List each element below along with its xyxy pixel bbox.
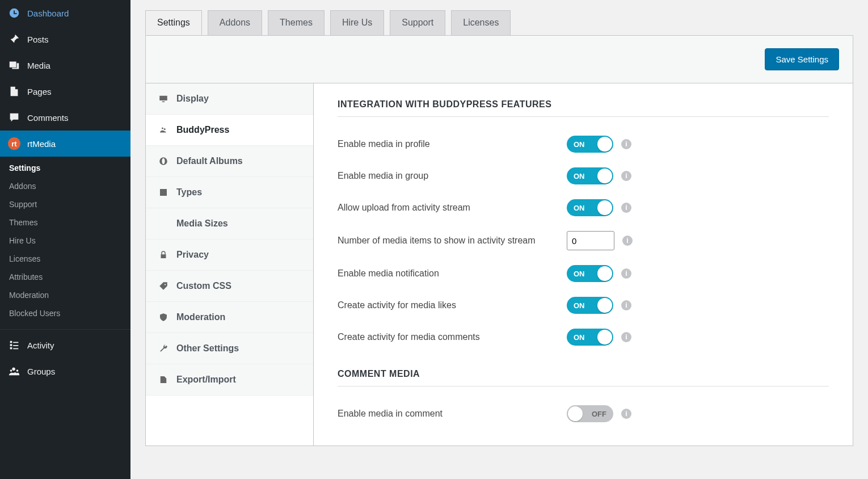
main-content: Settings Addons Themes Hire Us Support L… bbox=[130, 0, 868, 479]
media-icon bbox=[8, 59, 20, 72]
help-icon[interactable]: i bbox=[621, 268, 631, 279]
comment-icon bbox=[8, 111, 20, 124]
field-enable-media-group: Enable media in group ON i bbox=[338, 160, 829, 192]
toggle-enable-media-profile[interactable]: ON bbox=[567, 136, 613, 153]
submenu-licenses[interactable]: Licenses bbox=[0, 250, 130, 268]
toggle-allow-upload-activity[interactable]: ON bbox=[567, 199, 613, 216]
subnav-media-sizes[interactable]: Media Sizes bbox=[146, 208, 313, 239]
subnav-export-import[interactable]: Export/Import bbox=[146, 364, 313, 395]
submenu-attributes[interactable]: Attributes bbox=[0, 268, 130, 286]
subnav-types[interactable]: Types bbox=[146, 177, 313, 208]
help-icon[interactable]: i bbox=[621, 409, 631, 419]
sidebar-item-rtmedia[interactable]: rt rtMedia bbox=[0, 131, 130, 157]
tab-themes[interactable]: Themes bbox=[268, 10, 325, 35]
settings-panel: Save Settings Display BuddyPress bbox=[145, 35, 853, 446]
sidebar-item-activity[interactable]: Activity bbox=[0, 332, 130, 358]
save-settings-button[interactable]: Save Settings bbox=[765, 48, 839, 70]
field-enable-media-comment: Enable media in comment OFF i bbox=[338, 398, 829, 430]
field-enable-media-notification: Enable media notification ON i bbox=[338, 258, 829, 289]
help-icon[interactable]: i bbox=[621, 203, 631, 213]
sidebar-item-groups[interactable]: Groups bbox=[0, 358, 130, 384]
page-icon bbox=[8, 85, 20, 98]
shield-icon bbox=[158, 312, 168, 322]
help-icon[interactable]: i bbox=[621, 171, 631, 181]
sidebar-label-rtmedia: rtMedia bbox=[27, 139, 56, 149]
submenu-hireus[interactable]: Hire Us bbox=[0, 232, 130, 250]
top-tabs: Settings Addons Themes Hire Us Support L… bbox=[145, 10, 853, 35]
tag-icon bbox=[158, 281, 168, 291]
subnav-privacy[interactable]: Privacy bbox=[146, 239, 313, 270]
submenu-settings[interactable]: Settings bbox=[0, 159, 130, 177]
buddypress-icon bbox=[158, 125, 168, 135]
film-icon bbox=[158, 187, 168, 198]
settings-form: INTEGRATION WITH BUDDYPRESS FEATURES Ena… bbox=[314, 83, 853, 446]
subnav-display[interactable]: Display bbox=[146, 83, 313, 114]
input-media-count-activity[interactable] bbox=[567, 231, 614, 250]
tab-licenses[interactable]: Licenses bbox=[451, 10, 511, 35]
sidebar-label-pages: Pages bbox=[27, 87, 52, 96]
sidebar-label-dashboard: Dashboard bbox=[27, 9, 69, 18]
sidebar-label-posts: Posts bbox=[27, 35, 49, 44]
submenu-blockedusers[interactable]: Blocked Users bbox=[0, 304, 130, 322]
display-icon bbox=[158, 94, 168, 104]
help-icon[interactable]: i bbox=[622, 236, 633, 246]
field-allow-upload-activity: Allow upload from activity stream ON i bbox=[338, 192, 829, 224]
rtmedia-icon: rt bbox=[8, 137, 20, 150]
dashboard-icon bbox=[8, 7, 20, 19]
settings-subnav: Display BuddyPress Default Albums Types bbox=[146, 83, 314, 446]
sidebar-item-pages[interactable]: Pages bbox=[0, 78, 130, 104]
toggle-enable-media-notification[interactable]: ON bbox=[567, 265, 613, 282]
wrench-icon bbox=[158, 343, 168, 354]
tab-hireus[interactable]: Hire Us bbox=[330, 10, 384, 35]
toggle-activity-media-comments[interactable]: ON bbox=[567, 329, 613, 346]
activity-icon bbox=[8, 339, 20, 351]
submenu-support[interactable]: Support bbox=[0, 195, 130, 213]
pin-icon bbox=[8, 33, 20, 45]
sidebar-item-media[interactable]: Media bbox=[0, 52, 130, 78]
help-icon[interactable]: i bbox=[621, 139, 631, 149]
subnav-custom-css[interactable]: Custom CSS bbox=[146, 271, 313, 301]
tab-addons[interactable]: Addons bbox=[208, 10, 262, 35]
subnav-other-settings[interactable]: Other Settings bbox=[146, 333, 313, 364]
subnav-default-albums[interactable]: Default Albums bbox=[146, 146, 313, 177]
tab-settings[interactable]: Settings bbox=[145, 10, 202, 35]
lock-icon bbox=[158, 250, 168, 260]
field-activity-media-comments: Create activity for media comments ON i bbox=[338, 321, 829, 353]
submenu-themes[interactable]: Themes bbox=[0, 213, 130, 232]
sidebar-label-media: Media bbox=[27, 61, 50, 70]
field-enable-media-profile: Enable media in profile ON i bbox=[338, 128, 829, 160]
toggle-enable-media-comment[interactable]: OFF bbox=[567, 405, 613, 422]
help-icon[interactable]: i bbox=[621, 332, 631, 342]
sidebar-label-activity: Activity bbox=[27, 341, 54, 350]
section-title-comment-media: COMMENT MEDIA bbox=[338, 369, 829, 386]
wp-admin-sidebar: Dashboard Posts Media Pages Comments rt bbox=[0, 0, 130, 479]
globe-icon bbox=[158, 156, 168, 166]
export-icon bbox=[158, 375, 168, 385]
sidebar-item-comments[interactable]: Comments bbox=[0, 104, 130, 131]
panel-actions: Save Settings bbox=[146, 36, 853, 83]
section-title-buddypress: INTEGRATION WITH BUDDYPRESS FEATURES bbox=[338, 99, 829, 117]
sidebar-item-dashboard[interactable]: Dashboard bbox=[0, 0, 130, 26]
subnav-moderation[interactable]: Moderation bbox=[146, 302, 313, 333]
sidebar-label-groups: Groups bbox=[27, 367, 55, 376]
help-icon[interactable]: i bbox=[621, 300, 631, 310]
submenu-moderation[interactable]: Moderation bbox=[0, 286, 130, 304]
toggle-activity-media-likes[interactable]: ON bbox=[567, 297, 613, 314]
groups-icon bbox=[8, 365, 20, 377]
sidebar-label-comments: Comments bbox=[27, 113, 69, 123]
tab-support[interactable]: Support bbox=[390, 10, 445, 35]
toggle-enable-media-group[interactable]: ON bbox=[567, 167, 613, 184]
rtmedia-submenu: Settings Addons Support Themes Hire Us L… bbox=[0, 157, 130, 327]
field-media-count-activity: Number of media items to show in activit… bbox=[338, 224, 829, 258]
subnav-buddypress[interactable]: BuddyPress bbox=[146, 115, 313, 145]
expand-icon bbox=[158, 219, 168, 229]
sidebar-item-posts[interactable]: Posts bbox=[0, 26, 130, 52]
field-activity-media-likes: Create activity for media likes ON i bbox=[338, 289, 829, 321]
submenu-addons[interactable]: Addons bbox=[0, 177, 130, 195]
